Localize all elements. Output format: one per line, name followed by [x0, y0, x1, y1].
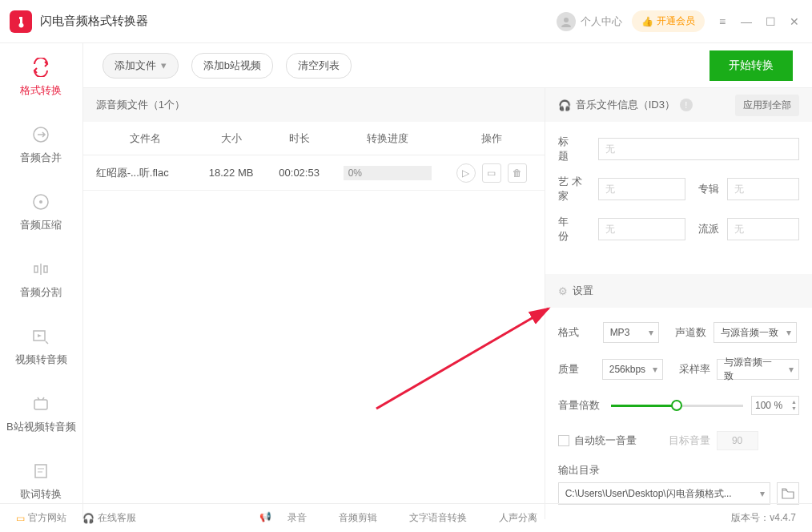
volume-slider[interactable] — [611, 405, 743, 407]
user-center-label: 个人中心 — [581, 14, 622, 29]
thumbs-up-icon: 👍 — [641, 16, 653, 27]
artist-field[interactable] — [598, 178, 685, 200]
format-dropdown[interactable]: MP3 — [603, 322, 659, 343]
table-row[interactable]: 红昭愿-...听.flac 18.22 MB 00:02:53 0% ▷ ▭ 🗑 — [83, 155, 545, 191]
label-volume: 音量倍数 — [558, 398, 603, 413]
sidebar-item-merge[interactable]: 音频合并 — [0, 111, 82, 178]
user-center-link[interactable]: 个人中心 — [557, 12, 622, 31]
col-ops: 操作 — [444, 131, 540, 146]
play-icon[interactable]: ▷ — [456, 163, 476, 183]
megaphone-icon: 📢 — [259, 511, 271, 525]
official-site-link[interactable]: ▭ 官方网站 — [16, 511, 66, 525]
table-header: 文件名 大小 时长 转换进度 操作 — [83, 122, 545, 155]
file-panel-header: 源音频文件（1个） — [83, 88, 545, 122]
svg-rect-5 — [44, 266, 47, 272]
target-volume-field — [717, 431, 758, 450]
volume-spinbox[interactable]: 100 % ▲▼ — [751, 396, 799, 415]
info-icon[interactable]: ! — [680, 99, 693, 111]
sidebar-item-bilibili[interactable]: B站视频转音频 — [0, 380, 82, 447]
footer-link-tts[interactable]: 文字语音转换 — [409, 511, 467, 525]
menu-icon[interactable]: ≡ — [714, 14, 730, 30]
svg-point-0 — [564, 18, 569, 22]
album-field[interactable] — [727, 178, 799, 200]
convert-icon — [30, 56, 52, 79]
close-icon[interactable]: ✕ — [786, 14, 802, 30]
lyrics-icon — [30, 460, 52, 482]
year-field[interactable] — [598, 218, 685, 240]
svg-rect-8 — [34, 400, 47, 409]
gear-icon: ⚙ — [558, 285, 568, 297]
svg-point-3 — [39, 200, 42, 204]
label-artist: 艺术家 — [558, 175, 598, 204]
label-channels: 声道数 — [675, 325, 714, 340]
title-field[interactable] — [598, 138, 799, 160]
col-progress: 转换进度 — [332, 131, 444, 146]
sidebar-item-label: 音频压缩 — [20, 218, 62, 232]
footer-link-vocal[interactable]: 人声分离 — [499, 511, 537, 525]
add-file-button[interactable]: 添加文件▾ — [103, 53, 179, 79]
chevron-down-icon: ▾ — [161, 59, 167, 71]
version-label: 版本号：v4.4.7 — [731, 511, 796, 525]
sidebar-item-label: 格式转换 — [20, 83, 62, 98]
label-output-dir: 输出目录 — [558, 463, 799, 478]
output-path-dropdown[interactable]: C:\Users\User\Desktop\闪电音频格式... — [558, 482, 770, 505]
sidebar-item-video-to-audio[interactable]: 视频转音频 — [0, 312, 82, 380]
label-quality: 质量 — [558, 362, 602, 377]
footer-link-trim[interactable]: 音频剪辑 — [339, 511, 377, 525]
vip-button[interactable]: 👍 开通会员 — [632, 10, 705, 32]
apply-all-button[interactable]: 应用到全部 — [735, 95, 799, 116]
label-auto-norm: 自动统一音量 — [574, 433, 637, 448]
headphone-icon: 🎧 — [558, 99, 571, 111]
col-name: 文件名 — [83, 131, 195, 146]
sidebar-item-label: 音频合并 — [20, 151, 62, 165]
app-title: 闪电音频格式转换器 — [40, 14, 557, 29]
label-format: 格式 — [558, 325, 603, 340]
compress-icon — [30, 191, 52, 213]
label-target-vol: 目标音量 — [669, 433, 710, 448]
add-bilibili-button[interactable]: 添加b站视频 — [191, 53, 273, 79]
merge-icon — [30, 123, 52, 146]
cell-size: 18.22 MB — [195, 167, 267, 179]
minimize-icon[interactable]: — — [738, 14, 754, 30]
maximize-icon[interactable]: ☐ — [762, 14, 778, 30]
id3-header: 音乐文件信息（ID3） — [576, 98, 675, 112]
video-audio-icon — [30, 325, 52, 348]
progress-bar: 0% — [344, 166, 432, 180]
bilibili-icon — [30, 393, 52, 415]
start-convert-button[interactable]: 开始转换 — [709, 50, 793, 81]
sidebar: 格式转换 音频合并 音频压缩 音频分割 视频转音频 B站视频转音频 歌词转换 — [0, 43, 83, 519]
monitor-icon: ▭ — [16, 513, 25, 524]
sidebar-item-label: 歌词转换 — [20, 487, 62, 502]
channels-dropdown[interactable]: 与源音频一致 — [714, 322, 797, 343]
genre-field[interactable] — [727, 218, 799, 240]
headset-icon: 🎧 — [82, 513, 94, 524]
delete-icon[interactable]: 🗑 — [508, 163, 527, 183]
support-link[interactable]: 🎧 在线客服 — [82, 511, 136, 525]
sidebar-item-label: 视频转音频 — [15, 353, 67, 367]
browse-folder-button[interactable] — [777, 482, 799, 505]
clear-list-button[interactable]: 清空列表 — [286, 53, 352, 79]
footer-link-record[interactable]: 录音 — [287, 511, 307, 525]
vip-label: 开通会员 — [657, 14, 695, 28]
label-genre: 流派 — [698, 222, 727, 236]
sidebar-item-split[interactable]: 音频分割 — [0, 245, 82, 312]
settings-header: 设置 — [573, 284, 593, 298]
svg-rect-4 — [34, 266, 38, 272]
auto-normalize-checkbox[interactable] — [558, 435, 569, 446]
sample-dropdown[interactable]: 与源音频一致 — [717, 359, 799, 380]
col-duration: 时长 — [267, 131, 332, 146]
sidebar-item-compress[interactable]: 音频压缩 — [0, 178, 82, 245]
svg-rect-9 — [35, 465, 46, 478]
avatar-icon — [557, 12, 576, 31]
sidebar-item-format-convert[interactable]: 格式转换 — [0, 43, 82, 111]
sidebar-item-label: 音频分割 — [20, 285, 62, 300]
cell-duration: 00:02:53 — [267, 167, 332, 179]
quality-dropdown[interactable]: 256kbps — [602, 359, 664, 380]
label-year: 年 份 — [558, 215, 598, 244]
label-sample: 采样率 — [679, 362, 717, 377]
split-icon — [30, 258, 52, 280]
folder-icon[interactable]: ▭ — [482, 163, 501, 183]
label-album: 专辑 — [698, 182, 727, 196]
col-size: 大小 — [195, 131, 267, 146]
app-logo — [10, 10, 32, 33]
